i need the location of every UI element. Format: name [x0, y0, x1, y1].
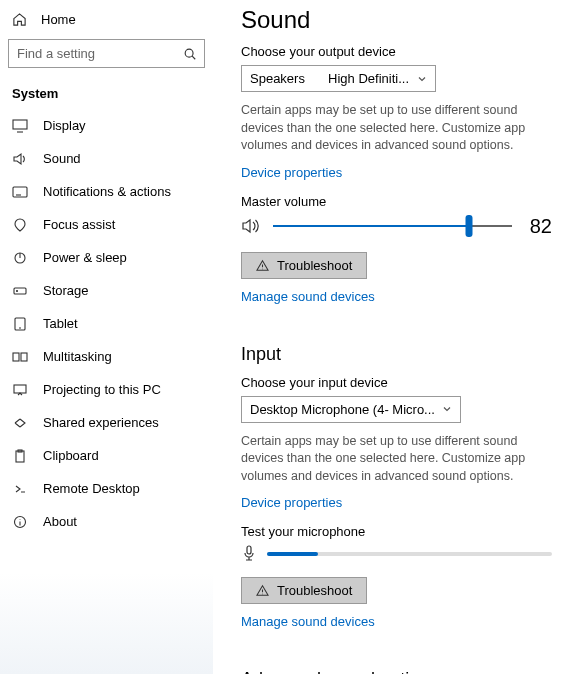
sidebar-item-label: Shared experiences: [43, 415, 159, 430]
input-device-dropdown[interactable]: Desktop Microphone (4- Micro...: [241, 396, 461, 423]
input-description: Certain apps may be set up to use differ…: [241, 433, 552, 486]
svg-rect-8: [21, 353, 27, 361]
button-label: Troubleshoot: [277, 583, 352, 598]
input-heading: Input: [241, 344, 552, 365]
svg-point-5: [17, 290, 18, 291]
storage-icon: [12, 284, 28, 298]
input-troubleshoot-button[interactable]: Troubleshoot: [241, 577, 367, 604]
sidebar: Home System Display Sound Notifications …: [0, 0, 213, 674]
svg-rect-7: [13, 353, 19, 361]
sidebar-item-display[interactable]: Display: [8, 109, 205, 142]
warning-icon: [256, 259, 269, 272]
sidebar-item-label: Notifications & actions: [43, 184, 171, 199]
display-icon: [12, 119, 28, 133]
sidebar-item-label: About: [43, 514, 77, 529]
sidebar-item-notifications[interactable]: Notifications & actions: [8, 175, 205, 208]
svg-rect-13: [247, 546, 251, 554]
svg-point-0: [185, 49, 193, 57]
microphone-icon: [241, 545, 257, 563]
sidebar-item-multitasking[interactable]: Multitasking: [8, 340, 205, 373]
content-pane: Sound Choose your output device Speakers…: [213, 0, 562, 674]
home-label: Home: [41, 12, 76, 27]
sidebar-item-storage[interactable]: Storage: [8, 274, 205, 307]
sidebar-item-label: Remote Desktop: [43, 481, 140, 496]
remote-desktop-icon: [12, 482, 28, 496]
sidebar-item-sound[interactable]: Sound: [8, 142, 205, 175]
sidebar-item-about[interactable]: About: [8, 505, 205, 538]
chevron-down-icon: [442, 404, 452, 414]
sidebar-item-projecting[interactable]: Projecting to this PC: [8, 373, 205, 406]
input-device-value: Desktop Microphone (4- Micro...: [250, 402, 435, 417]
output-device-secondary: High Definiti...: [328, 71, 409, 86]
home-link[interactable]: Home: [8, 8, 205, 35]
home-icon: [12, 12, 27, 27]
sidebar-item-clipboard[interactable]: Clipboard: [8, 439, 205, 472]
sidebar-section-header: System: [8, 82, 205, 109]
sidebar-item-shared-experiences[interactable]: Shared experiences: [8, 406, 205, 439]
button-label: Troubleshoot: [277, 258, 352, 273]
output-choose-label: Choose your output device: [241, 44, 552, 59]
test-mic-label: Test your microphone: [241, 524, 552, 539]
sidebar-item-tablet[interactable]: Tablet: [8, 307, 205, 340]
svg-rect-10: [16, 451, 24, 462]
svg-rect-1: [13, 120, 27, 129]
output-device-dropdown[interactable]: Speakers High Definiti...: [241, 65, 436, 92]
search-container: [8, 39, 205, 68]
input-manage-link[interactable]: Manage sound devices: [241, 614, 375, 629]
multitasking-icon: [12, 350, 28, 364]
sidebar-item-remote-desktop[interactable]: Remote Desktop: [8, 472, 205, 505]
power-icon: [12, 251, 28, 265]
input-choose-label: Choose your input device: [241, 375, 552, 390]
page-title: Sound: [241, 6, 552, 34]
sidebar-item-label: Storage: [43, 283, 89, 298]
output-device-primary: Speakers: [250, 71, 305, 86]
tablet-icon: [12, 317, 28, 331]
svg-rect-4: [14, 288, 26, 294]
sidebar-item-label: Focus assist: [43, 217, 115, 232]
search-input[interactable]: [8, 39, 205, 68]
output-description: Certain apps may be set up to use differ…: [241, 102, 552, 155]
speaker-icon[interactable]: [241, 217, 261, 235]
sidebar-item-label: Display: [43, 118, 86, 133]
about-icon: [12, 515, 28, 529]
sidebar-item-label: Tablet: [43, 316, 78, 331]
sidebar-item-label: Clipboard: [43, 448, 99, 463]
advanced-heading: Advanced sound options: [241, 669, 552, 674]
master-volume-label: Master volume: [241, 194, 552, 209]
sidebar-item-label: Power & sleep: [43, 250, 127, 265]
mic-level-bar: [267, 552, 552, 556]
sidebar-item-focus-assist[interactable]: Focus assist: [8, 208, 205, 241]
sidebar-item-label: Projecting to this PC: [43, 382, 161, 397]
svg-rect-9: [14, 385, 26, 393]
sidebar-item-power-sleep[interactable]: Power & sleep: [8, 241, 205, 274]
sidebar-item-label: Multitasking: [43, 349, 112, 364]
clipboard-icon: [12, 449, 28, 463]
shared-icon: [12, 416, 28, 430]
output-troubleshoot-button[interactable]: Troubleshoot: [241, 252, 367, 279]
slider-thumb[interactable]: [465, 215, 472, 237]
search-icon: [183, 47, 197, 61]
focus-assist-icon: [12, 218, 28, 232]
output-device-properties-link[interactable]: Device properties: [241, 165, 342, 180]
output-manage-link[interactable]: Manage sound devices: [241, 289, 375, 304]
master-volume-slider[interactable]: [273, 225, 512, 227]
sidebar-item-label: Sound: [43, 151, 81, 166]
notifications-icon: [12, 185, 28, 199]
warning-icon: [256, 584, 269, 597]
input-device-properties-link[interactable]: Device properties: [241, 495, 342, 510]
sound-icon: [12, 152, 28, 166]
chevron-down-icon: [417, 74, 427, 84]
master-volume-value: 82: [524, 215, 552, 238]
projecting-icon: [12, 383, 28, 397]
